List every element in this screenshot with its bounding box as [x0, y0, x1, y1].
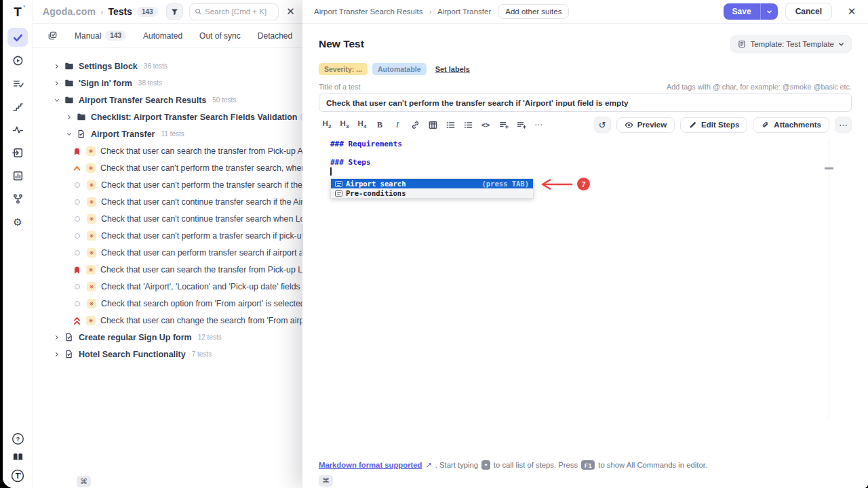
suite-row[interactable]: Hotel Search Functionality7 tests — [33, 346, 306, 363]
preview-button[interactable]: Preview — [616, 117, 675, 133]
heading-2-button[interactable]: H2 — [319, 117, 335, 133]
link-button[interactable] — [407, 117, 423, 133]
close-drawer-icon[interactable]: ✕ — [845, 5, 859, 18]
more-actions-button[interactable]: ⋯ — [835, 117, 852, 133]
test-row[interactable]: Check that search option from 'From airp… — [33, 295, 306, 312]
test-row[interactable]: Check that user can't perform a trasfer … — [33, 227, 306, 244]
suite-test-count: 50 tests — [212, 96, 236, 104]
ordered-list-button[interactable] — [442, 117, 458, 133]
test-row[interactable]: Check that user can't continue transfer … — [33, 193, 306, 210]
annotation-number-badge: 7 — [577, 178, 590, 190]
severity-normal-icon — [73, 250, 82, 256]
rail-item-plans[interactable] — [7, 74, 28, 93]
rail-item-settings[interactable]: ⚙ — [7, 212, 28, 231]
test-row[interactable]: Check that user can perform transfer sea… — [33, 244, 306, 261]
add-other-suites-button[interactable]: Add other suites — [498, 4, 569, 19]
expand-chevron-icon[interactable] — [54, 81, 60, 86]
suite-row[interactable]: Airport Transfer Search Results50 tests — [33, 92, 306, 108]
cancel-button[interactable]: Cancel — [785, 3, 832, 20]
test-row[interactable]: Check that user can search the transfer … — [33, 142, 306, 159]
table-button[interactable] — [425, 117, 441, 133]
filter-button[interactable] — [166, 3, 183, 20]
heading-4-button[interactable]: H4 — [354, 117, 370, 133]
rail-item-import[interactable] — [7, 143, 28, 162]
rail-item-analytics[interactable] — [7, 120, 28, 139]
suite-row[interactable]: Settings Block36 tests — [33, 58, 306, 75]
suite-row[interactable]: Create regular Sign Up form12 tests — [33, 329, 306, 346]
code-button[interactable]: <> — [477, 117, 494, 133]
more-formats-button[interactable]: ⋯ — [530, 117, 547, 133]
history-button[interactable]: ↺ — [594, 117, 611, 133]
cmd-shortcut-badge[interactable]: ⌘ — [319, 475, 333, 487]
test-row[interactable]: Check that user can't perform the transf… — [33, 176, 306, 193]
folder-icon — [64, 79, 74, 87]
test-title: Check that user can't perform the transf… — [101, 180, 306, 190]
suite-test-count: 36 tests — [144, 62, 167, 70]
template-select[interactable]: Template: Test Template — [730, 35, 852, 53]
expand-chevron-icon[interactable] — [54, 352, 60, 357]
expand-chevron-icon[interactable] — [54, 98, 60, 103]
suite-row[interactable]: 'Sign in' form38 tests — [33, 75, 306, 92]
expand-chevron-icon[interactable] — [66, 131, 72, 137]
close-search-icon[interactable]: ✕ — [284, 5, 298, 18]
test-row[interactable]: Check that user can change the search fr… — [33, 312, 306, 329]
asterisk-key-badge: * — [481, 460, 490, 470]
folder-icon — [64, 62, 74, 70]
severity-high-icon — [73, 163, 81, 172]
save-button[interactable]: Save — [724, 3, 760, 20]
expand-chevron-icon[interactable] — [54, 335, 60, 340]
edit-steps-button[interactable]: Edit Steps — [680, 117, 747, 133]
rail-item-branches[interactable] — [7, 189, 28, 208]
rail-item-runs[interactable] — [7, 51, 28, 70]
tab-automated[interactable]: Automated — [143, 30, 182, 41]
rail-item-tests[interactable] — [7, 28, 28, 47]
test-row[interactable]: Check that 'Airport', 'Location' and 'Pi… — [33, 278, 306, 295]
attachments-button[interactable]: Attachments — [753, 117, 829, 133]
rail-item-milestones[interactable] — [7, 97, 28, 116]
autocomplete-option[interactable]: Airport search(press TAB) — [331, 179, 533, 188]
markdown-help-link[interactable]: Markdown format supported — [319, 461, 422, 469]
cmd-shortcut-badge[interactable]: ⌘ — [77, 476, 91, 487]
autocomplete-option[interactable]: Pre-conditions — [331, 188, 533, 198]
tab-detached[interactable]: Detached — [258, 30, 292, 41]
suite-row[interactable]: Checklist: Airport Transfer Search Field… — [33, 108, 306, 125]
tab-out-of-sync[interactable]: Out of sync — [199, 30, 241, 41]
insert-steps-button[interactable] — [495, 117, 511, 133]
suite-row[interactable]: Airport Transfer11 tests — [33, 125, 306, 142]
manual-test-icon — [86, 316, 96, 325]
set-labels-link[interactable]: Set labels — [435, 65, 470, 73]
bullet-list-icon — [463, 120, 473, 130]
search-box[interactable] — [189, 3, 279, 20]
bullet-list-button[interactable] — [460, 117, 476, 133]
expand-chevron-icon[interactable] — [66, 115, 72, 120]
editor-scrollbar-thumb[interactable] — [825, 167, 833, 169]
test-row[interactable]: Check that user can't perform the transf… — [33, 159, 306, 176]
heading-3-button[interactable]: H3 — [336, 117, 353, 133]
rail-item-docs[interactable] — [12, 451, 24, 463]
test-row[interactable]: Check that user can't continue transfer … — [33, 210, 306, 227]
folder-icon — [77, 113, 86, 121]
rail-item-product[interactable]: T — [11, 469, 24, 483]
select-all-icon[interactable] — [47, 30, 58, 41]
markdown-editor[interactable]: ### Requirements ### Steps Airport searc… — [319, 136, 852, 456]
automatable-badge[interactable]: Automatable — [372, 63, 427, 75]
severity-badge[interactable]: Severity: ... — [319, 63, 368, 75]
drawer-breadcrumb-current[interactable]: Airport Transfer — [437, 7, 491, 16]
italic-button[interactable]: I — [389, 117, 406, 133]
list-check-icon — [12, 78, 24, 89]
save-options-caret[interactable] — [760, 3, 778, 20]
test-row[interactable]: Check that user can search the transfer … — [33, 261, 306, 278]
breadcrumb-project[interactable]: Agoda.com — [43, 6, 96, 17]
expand-chevron-icon[interactable] — [54, 64, 60, 69]
rail-item-reports[interactable] — [7, 166, 28, 185]
bold-button[interactable]: B — [372, 117, 388, 133]
test-title-input[interactable] — [319, 94, 852, 112]
drawer-breadcrumb-parent[interactable]: Airport Transfer Search Results — [314, 7, 422, 16]
severity-normal-icon — [73, 301, 82, 306]
insert-data-button[interactable] — [513, 117, 529, 133]
manual-test-icon — [86, 265, 96, 274]
app-logo[interactable]: T' — [14, 5, 22, 20]
search-input[interactable] — [205, 7, 273, 16]
rail-item-help[interactable]: ? — [12, 432, 24, 445]
tab-manual[interactable]: Manual143 — [75, 30, 126, 41]
